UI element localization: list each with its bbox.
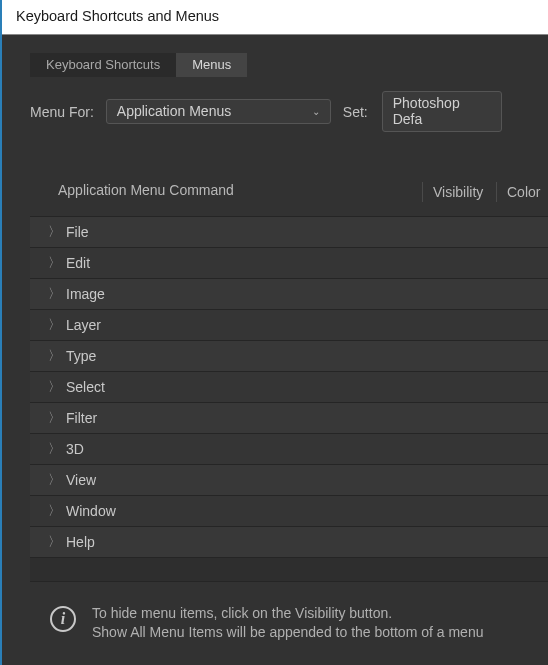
expand-arrow-icon: 〉 — [48, 378, 66, 396]
tab-keyboard-shortcuts[interactable]: Keyboard Shortcuts — [30, 53, 176, 77]
column-header-command[interactable]: Application Menu Command — [30, 182, 422, 202]
menu-row-image[interactable]: 〉Image — [30, 279, 548, 310]
menu-row-select[interactable]: 〉Select — [30, 372, 548, 403]
info-line-1: To hide menu items, click on the Visibil… — [92, 604, 483, 623]
info-icon: i — [50, 606, 76, 632]
menu-row-3d[interactable]: 〉3D — [30, 434, 548, 465]
expand-arrow-icon: 〉 — [48, 440, 66, 458]
menu-row-file[interactable]: 〉File — [30, 217, 548, 248]
set-dropdown[interactable]: Photoshop Defa — [382, 91, 502, 132]
dialog-content: Keyboard Shortcuts Menus Menu For: Appli… — [2, 35, 548, 642]
menu-row-label: Edit — [66, 255, 90, 271]
info-text: To hide menu items, click on the Visibil… — [92, 604, 483, 642]
expand-arrow-icon: 〉 — [48, 223, 66, 241]
menu-row-view[interactable]: 〉View — [30, 465, 548, 496]
menu-for-dropdown[interactable]: Application Menus ⌄ — [106, 99, 331, 124]
expand-arrow-icon: 〉 — [48, 409, 66, 427]
info-line-2: Show All Menu Items will be appended to … — [92, 623, 483, 642]
menu-row-label: 3D — [66, 441, 84, 457]
info-block: i To hide menu items, click on the Visib… — [30, 582, 548, 642]
menu-row-label: Layer — [66, 317, 101, 333]
column-header-color[interactable]: Color — [496, 182, 548, 202]
menu-row-label: Window — [66, 503, 116, 519]
menu-row-label: Image — [66, 286, 105, 302]
menu-row-label: Help — [66, 534, 95, 550]
menu-row-edit[interactable]: 〉Edit — [30, 248, 548, 279]
menu-row-label: Filter — [66, 410, 97, 426]
menu-command-list: 〉File〉Edit〉Image〉Layer〉Type〉Select〉Filte… — [30, 216, 548, 582]
dropdown-value: Application Menus — [117, 103, 231, 119]
set-label: Set: — [343, 104, 368, 120]
expand-arrow-icon: 〉 — [48, 285, 66, 303]
column-header-visibility[interactable]: Visibility — [422, 182, 496, 202]
window-title: Keyboard Shortcuts and Menus — [16, 8, 219, 24]
toolbar-row: Menu For: Application Menus ⌄ Set: Photo… — [30, 91, 548, 132]
tab-label: Keyboard Shortcuts — [46, 57, 160, 72]
expand-arrow-icon: 〉 — [48, 502, 66, 520]
expand-arrow-icon: 〉 — [48, 316, 66, 334]
menu-row-label: File — [66, 224, 89, 240]
menu-row-window[interactable]: 〉Window — [30, 496, 548, 527]
list-spacer — [30, 558, 548, 582]
expand-arrow-icon: 〉 — [48, 471, 66, 489]
menu-row-type[interactable]: 〉Type — [30, 341, 548, 372]
menu-for-label: Menu For: — [30, 104, 94, 120]
menu-row-label: View — [66, 472, 96, 488]
menu-row-label: Type — [66, 348, 96, 364]
expand-arrow-icon: 〉 — [48, 347, 66, 365]
expand-arrow-icon: 〉 — [48, 254, 66, 272]
menu-row-layer[interactable]: 〉Layer — [30, 310, 548, 341]
menu-row-label: Select — [66, 379, 105, 395]
menu-row-help[interactable]: 〉Help — [30, 527, 548, 558]
window-titlebar: Keyboard Shortcuts and Menus — [2, 0, 548, 35]
tab-menus[interactable]: Menus — [176, 53, 247, 77]
expand-arrow-icon: 〉 — [48, 533, 66, 551]
tab-label: Menus — [192, 57, 231, 72]
dropdown-value: Photoshop Defa — [393, 95, 491, 127]
menu-row-filter[interactable]: 〉Filter — [30, 403, 548, 434]
chevron-down-icon: ⌄ — [312, 106, 320, 117]
tab-bar: Keyboard Shortcuts Menus — [30, 53, 548, 77]
table-header: Application Menu Command Visibility Colo… — [30, 182, 548, 216]
